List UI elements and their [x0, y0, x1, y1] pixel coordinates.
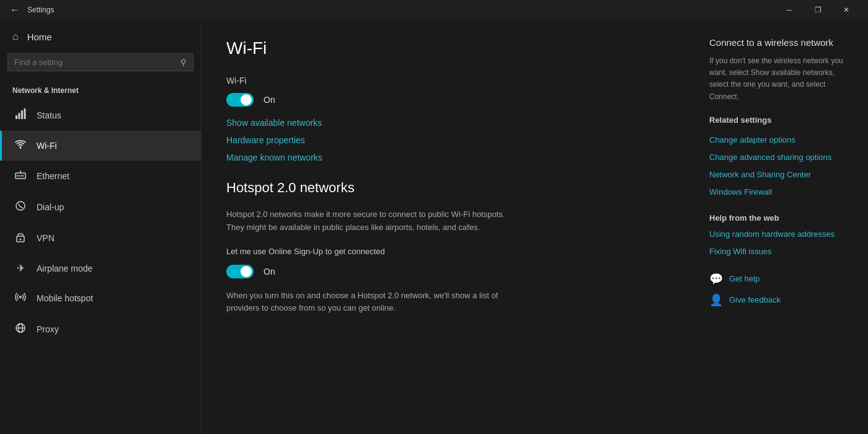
close-button[interactable]: ✕ — [832, 0, 861, 20]
hotspot-signup-toggle[interactable] — [226, 265, 254, 278]
ethernet-icon — [14, 169, 27, 183]
svg-rect-3 — [24, 108, 26, 119]
sidebar-item-vpn[interactable]: VPN — [0, 223, 201, 254]
get-help-row[interactable]: 💬 Get help — [709, 272, 853, 286]
hotspot-signup-label: Let me use Online Sign-Up to get connect… — [226, 247, 670, 256]
give-feedback-icon: 👤 — [709, 293, 723, 307]
sidebar-item-label-mobile-hotspot: Mobile hotspot — [37, 293, 93, 303]
sidebar-item-airplane[interactable]: ✈ Airplane mode — [0, 254, 201, 283]
hardware-addresses-link[interactable]: Using random hardware addresses — [709, 229, 853, 240]
status-icon — [14, 108, 27, 122]
network-center-link[interactable]: Network and Sharing Center — [709, 169, 853, 180]
window-controls: ─ ❐ ✕ — [775, 0, 861, 20]
minimize-button[interactable]: ─ — [775, 0, 804, 20]
search-box: ⚲ — [7, 53, 193, 71]
sidebar-item-label-wifi: Wi-Fi — [37, 141, 57, 151]
fixing-wifi-link[interactable]: Fixing Wifi issues — [709, 246, 853, 257]
sidebar-item-label-status: Status — [37, 110, 61, 120]
airplane-icon: ✈ — [14, 262, 27, 274]
hotspot-note: When you turn this on and choose a Hotsp… — [226, 290, 505, 316]
maximize-button[interactable]: ❐ — [804, 0, 832, 20]
give-feedback-row[interactable]: 👤 Give feedback — [709, 293, 853, 307]
show-networks-link[interactable]: Show available networks — [226, 118, 670, 128]
sidebar-item-proxy[interactable]: Proxy — [0, 314, 201, 345]
svg-point-4 — [20, 147, 22, 149]
connect-title: Connect to a wireless network — [709, 37, 853, 48]
sidebar-item-label-vpn: VPN — [37, 233, 55, 243]
sidebar-item-label-dialup: Dial-up — [37, 202, 64, 212]
get-help-link[interactable]: Get help — [729, 274, 760, 283]
titlebar-title: Settings — [27, 6, 775, 14]
help-section: 💬 Get help 👤 Give feedback — [709, 272, 853, 307]
titlebar: ← Settings ─ ❐ ✕ — [0, 0, 868, 20]
proxy-icon — [14, 322, 27, 336]
sidebar-home-label: Home — [27, 32, 52, 42]
sidebar-item-status[interactable]: Status — [0, 100, 201, 131]
change-adapter-link[interactable]: Change adapter options — [709, 135, 853, 146]
dialup-icon — [14, 200, 27, 214]
main-content: Wi-Fi Wi-Fi On Show available networks H… — [202, 20, 694, 434]
mobile-hotspot-icon — [14, 291, 27, 305]
connect-desc: If you don't see the wireless network yo… — [709, 55, 853, 103]
sidebar-item-label-proxy: Proxy — [37, 324, 59, 334]
svg-point-13 — [20, 239, 22, 241]
wifi-section-label: Wi-Fi — [226, 76, 670, 86]
back-button[interactable]: ← — [7, 2, 22, 17]
hotspot-signup-toggle-row: On — [226, 265, 670, 278]
vpn-icon — [14, 231, 27, 245]
hotspot-signup-toggle-label: On — [264, 267, 275, 277]
svg-point-14 — [19, 296, 22, 298]
svg-rect-1 — [19, 113, 20, 119]
svg-rect-2 — [21, 110, 23, 119]
svg-point-11 — [16, 202, 25, 210]
wifi-icon — [14, 140, 27, 152]
hotspot-desc: Hotspot 2.0 networks make it more secure… — [226, 208, 505, 234]
sidebar-item-label-airplane: Airplane mode — [37, 264, 92, 273]
change-sharing-link[interactable]: Change advanced sharing options — [709, 152, 853, 163]
wifi-toggle-label: On — [264, 95, 275, 105]
related-settings-title: Related settings — [709, 115, 853, 125]
sidebar-item-dialup[interactable]: Dial-up — [0, 192, 201, 223]
sidebar-item-wifi[interactable]: Wi-Fi — [0, 131, 201, 161]
sidebar: ⌂ Home ⚲ Network & Internet Status — [0, 20, 202, 434]
home-icon: ⌂ — [12, 31, 19, 42]
svg-rect-0 — [16, 115, 17, 119]
sidebar-item-mobile-hotspot[interactable]: Mobile hotspot — [0, 283, 201, 314]
page-title: Wi-Fi — [226, 38, 670, 58]
hotspot-title: Hotspot 2.0 networks — [226, 180, 670, 196]
manage-networks-link[interactable]: Manage known networks — [226, 153, 670, 162]
sidebar-category: Network & Internet — [0, 81, 201, 100]
sidebar-home-button[interactable]: ⌂ Home — [0, 20, 201, 53]
sidebar-item-label-ethernet: Ethernet — [37, 171, 69, 181]
windows-firewall-link[interactable]: Windows Firewall — [709, 187, 853, 198]
help-from-web-title: Help from the web — [709, 213, 853, 223]
search-input[interactable] — [14, 58, 180, 67]
right-panel: Connect to a wireless network If you don… — [694, 20, 868, 434]
get-help-icon: 💬 — [709, 272, 723, 286]
search-icon[interactable]: ⚲ — [180, 58, 187, 67]
sidebar-item-ethernet[interactable]: Ethernet — [0, 161, 201, 192]
wifi-toggle-row: On — [226, 93, 670, 107]
wifi-toggle[interactable] — [226, 93, 254, 107]
hardware-props-link[interactable]: Hardware properties — [226, 135, 670, 145]
give-feedback-link[interactable]: Give feedback — [729, 295, 781, 304]
app-body: ⌂ Home ⚲ Network & Internet Status — [0, 20, 868, 434]
